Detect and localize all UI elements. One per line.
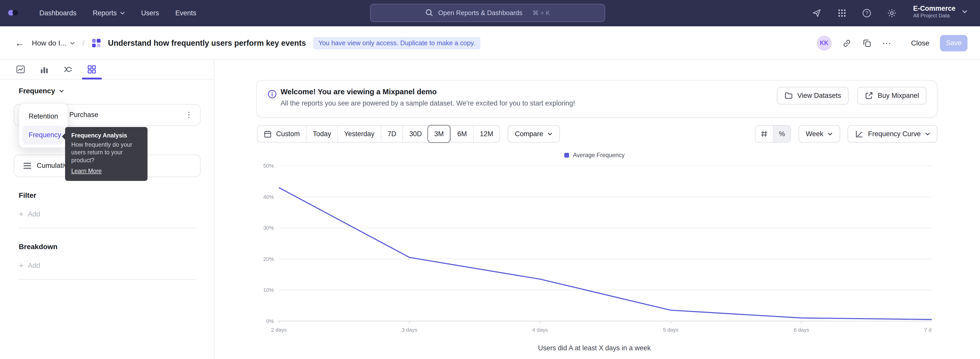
breadcrumb-separator: /	[83, 39, 84, 48]
learn-more-link[interactable]: Learn More	[71, 168, 102, 174]
value-format-toggle: %	[755, 125, 791, 143]
event-kebab-menu[interactable]: ⋮	[185, 110, 192, 119]
legend-label: Average Frequency	[573, 152, 625, 159]
svg-text:3 days: 3 days	[401, 327, 417, 333]
mixpanel-logo[interactable]	[8, 10, 18, 16]
report-canvas: Welcome! You are viewing a Mixpanel demo…	[215, 60, 980, 359]
breadcrumb-label: How do I...	[32, 39, 66, 47]
info-icon	[267, 89, 277, 99]
project-scope: All Project Data	[913, 13, 956, 19]
chevron-down-icon	[925, 132, 930, 136]
search-shortcut: ⌘ + K	[532, 9, 550, 17]
banner-body: All the reports you see are powered by a…	[280, 99, 575, 107]
send-icon[interactable]	[811, 7, 822, 19]
date-preset-6m[interactable]: 6M	[450, 126, 473, 142]
nav-item-dashboards[interactable]: Dashboards	[39, 9, 76, 17]
view-only-badge: You have view only access. Duplicate to …	[313, 37, 480, 49]
breakdown-add-button[interactable]: + Add	[19, 262, 40, 270]
report-header-left: ← How do I... / Understand how frequentl…	[15, 26, 480, 60]
date-preset-12m[interactable]: 12M	[473, 126, 500, 142]
dropdown-item-frequency[interactable]: Frequency	[22, 126, 65, 144]
nav-item-users[interactable]: Users	[141, 9, 159, 17]
tooltip-body: How frequently do your users return to y…	[71, 141, 141, 164]
filter-add-button[interactable]: + Add	[19, 210, 40, 219]
buy-mixpanel-button[interactable]: Buy Mixpanel	[857, 87, 926, 105]
date-preset-7d[interactable]: 7D	[381, 126, 402, 142]
event-name: Purchase	[69, 111, 98, 119]
metric-dropdown: Retention Frequency	[19, 103, 68, 148]
apps-grid-icon[interactable]	[836, 7, 848, 19]
settings-gear-icon[interactable]	[886, 7, 897, 19]
metric-selector-label: Frequency	[19, 87, 55, 95]
legend-swatch	[564, 153, 570, 158]
breakdown-add-label: Add	[28, 262, 40, 270]
compare-button[interactable]: Compare	[508, 125, 560, 143]
help-icon[interactable]: ?	[861, 7, 873, 19]
frequency-chart[interactable]: Average Frequency 0%10%20%30%40%50%2 day…	[257, 152, 932, 352]
absolute-numbers-icon[interactable]	[756, 126, 773, 142]
search-placeholder: Open Reports & Dashboards	[438, 9, 522, 17]
chart-type-dropdown[interactable]: Frequency Curve	[848, 125, 938, 143]
tab-insights-icon[interactable]	[16, 64, 25, 74]
breadcrumb[interactable]: How do I...	[32, 39, 75, 47]
banner-buttons: View Datasets Buy Mixpanel	[777, 87, 926, 105]
date-preset-label: 7D	[387, 130, 396, 138]
view-datasets-button[interactable]: View Datasets	[777, 87, 849, 105]
project-switcher[interactable]: E-Commerce All Project Data	[913, 4, 967, 19]
date-preset-label: 3M	[434, 130, 444, 138]
avatar[interactable]: KK	[817, 36, 832, 51]
svg-text:5 days: 5 days	[663, 327, 678, 333]
granularity-label: Week	[806, 130, 823, 138]
nav-item-label: Dashboards	[39, 9, 76, 17]
chevron-down-icon	[962, 10, 967, 14]
nav-utility-icons: ?	[811, 0, 897, 26]
more-menu-button[interactable]: ⋯	[882, 38, 892, 48]
svg-text:10%: 10%	[263, 287, 274, 293]
date-preset-today[interactable]: Today	[306, 126, 337, 142]
calendar-icon	[264, 130, 272, 138]
nav-item-label: Reports	[93, 9, 117, 17]
metric-selector[interactable]: Frequency	[19, 87, 64, 95]
date-preset-custom[interactable]: Custom	[258, 126, 306, 142]
svg-text:0%: 0%	[266, 318, 274, 324]
report-type-tabs	[0, 60, 214, 80]
search-icon	[425, 9, 433, 17]
back-button[interactable]: ←	[15, 38, 24, 49]
tab-funnels-icon[interactable]	[39, 64, 49, 74]
compare-label: Compare	[515, 130, 543, 138]
view-datasets-label: View Datasets	[797, 92, 841, 100]
nav-item-reports[interactable]: Reports	[93, 9, 125, 17]
percentage-icon[interactable]: %	[773, 126, 791, 142]
mixpanel-app: Dashboards Reports Users Events Open Rep…	[0, 0, 980, 359]
chevron-down-icon	[70, 41, 75, 45]
tab-retention-icon[interactable]	[87, 64, 97, 74]
svg-text:20%: 20%	[263, 256, 274, 262]
global-search[interactable]: Open Reports & Dashboards ⌘ + K	[370, 4, 605, 22]
chart-caption: Users did A at least X days in a week	[257, 344, 932, 352]
filter-heading: Filter	[19, 191, 36, 199]
frequency-chart-svg[interactable]: 0%10%20%30%40%50%2 days3 days4 days5 day…	[257, 161, 932, 337]
granularity-dropdown[interactable]: Week	[799, 125, 840, 143]
date-preset-30d[interactable]: 30D	[402, 126, 428, 142]
breakdown-heading: Breakdown	[19, 243, 57, 251]
date-preset-yesterday[interactable]: Yesterday	[337, 126, 381, 142]
link-icon[interactable]	[842, 38, 852, 48]
close-button[interactable]: Close	[911, 39, 929, 47]
nav-item-events[interactable]: Events	[175, 9, 196, 17]
save-button[interactable]: Save	[940, 35, 967, 51]
svg-text:2 days: 2 days	[271, 327, 286, 333]
buy-mixpanel-label: Buy Mixpanel	[878, 92, 919, 100]
nav-item-label: Users	[141, 9, 159, 17]
chart-type-label: Frequency Curve	[868, 130, 921, 138]
chart-legend[interactable]: Average Frequency	[257, 152, 932, 159]
duplicate-icon[interactable]	[862, 38, 872, 48]
frequency-tooltip: Frequency Analysis How frequently do you…	[65, 127, 148, 181]
top-nav: Dashboards Reports Users Events Open Rep…	[0, 0, 980, 26]
chevron-down-icon	[120, 11, 125, 14]
date-preset-label: 6M	[457, 130, 467, 138]
date-range-presets: Custom Today Yesterday 7D 30D 3M 6M 12M	[257, 125, 500, 143]
chart-toolbar: Custom Today Yesterday 7D 30D 3M 6M 12M …	[257, 125, 938, 143]
dropdown-item-retention[interactable]: Retention	[22, 107, 65, 126]
date-preset-3m[interactable]: 3M	[428, 125, 450, 143]
tab-flows-icon[interactable]	[63, 64, 73, 74]
